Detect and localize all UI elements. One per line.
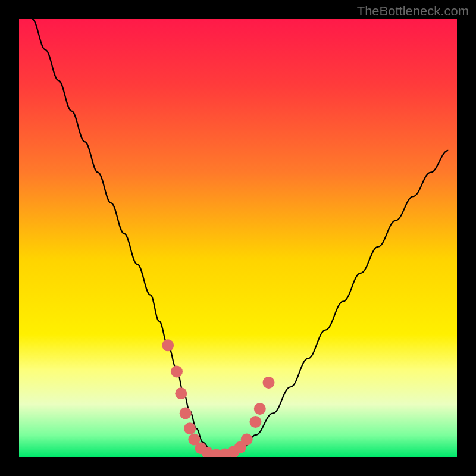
marker-point xyxy=(241,434,253,446)
marker-point xyxy=(175,387,187,399)
marker-point xyxy=(162,339,174,351)
marker-point xyxy=(249,416,261,428)
gradient-background xyxy=(19,19,457,457)
marker-point xyxy=(171,365,183,377)
marker-point xyxy=(184,422,196,434)
marker-point xyxy=(254,403,266,415)
chart-svg xyxy=(19,19,457,457)
marker-point xyxy=(180,407,192,419)
plot-frame xyxy=(19,19,457,457)
marker-point xyxy=(263,377,275,389)
watermark-text: TheBottleneck.com xyxy=(357,4,469,19)
